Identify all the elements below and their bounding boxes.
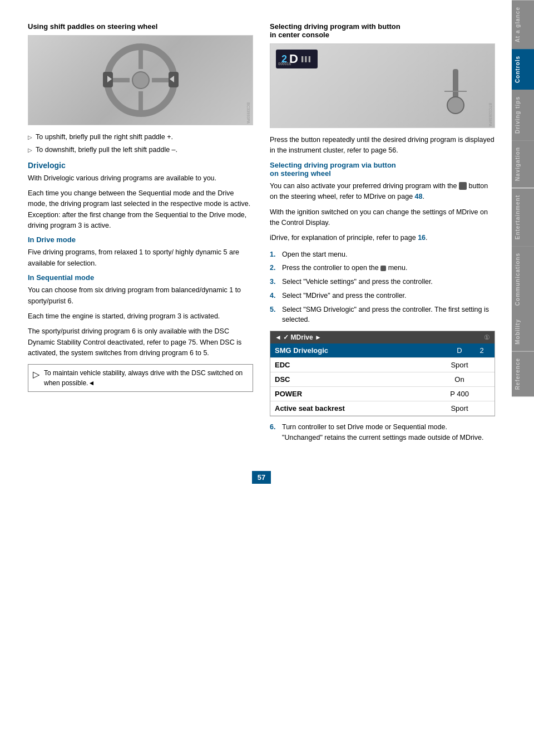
right-sidebar: At a glance Controls Driving tips Naviga… bbox=[512, 0, 534, 756]
step-list: 1. Open the start menu. 2. Press the con… bbox=[270, 249, 495, 326]
step-6-num: 6. bbox=[270, 422, 278, 443]
step-1: 1. Open the start menu. bbox=[270, 249, 495, 260]
mdrive-row: DSC On bbox=[270, 372, 495, 387]
step-5-num: 5. bbox=[270, 305, 278, 326]
sidebar-tab-controls[interactable]: Controls bbox=[512, 49, 534, 90]
right-heading-2: Selecting driving program via button on … bbox=[270, 161, 495, 178]
right-heading-2a: Selecting driving program via button bbox=[270, 161, 396, 169]
mdrive-col1: EDC bbox=[275, 361, 446, 369]
step-4-text: Select "MDrive" and press the controller… bbox=[282, 291, 407, 301]
i-menu-icon bbox=[380, 266, 386, 271]
arrow-icon-1: ▷ bbox=[28, 133, 32, 143]
right-heading-1-text: Selecting driving program with button bbox=[270, 22, 400, 31]
drivelogic-intro: With Drivelogic various driving programs… bbox=[28, 173, 253, 184]
image-code-right: BTC02838PA bbox=[488, 103, 492, 126]
sidebar-label-navigation: Navigation bbox=[515, 147, 521, 181]
step-1-num: 1. bbox=[270, 249, 278, 260]
sidebar-label-driving-tips: Driving tips bbox=[515, 96, 521, 134]
mdrive-col1: DSC bbox=[275, 375, 446, 384]
in-seq-text3: The sporty/purist driving program 6 is o… bbox=[28, 326, 253, 359]
step-4-num: 4. bbox=[270, 291, 278, 301]
steering-text1: You can also activate your preferred dri… bbox=[270, 181, 495, 203]
page-number: 57 bbox=[252, 471, 271, 484]
gear-shift-svg bbox=[433, 69, 478, 125]
sidebar-label-mobility: Mobility bbox=[515, 319, 521, 345]
step-5-text: Select "SMG Drivelogic" and press the co… bbox=[282, 305, 495, 326]
steering-wheel-svg bbox=[102, 41, 180, 119]
center-console-image: 2 D ▌▌▌ 000016 BTC02838PA bbox=[270, 43, 495, 128]
mdrive-col2: P 400 bbox=[446, 390, 473, 398]
left-heading: Using shift paddles on steering wheel bbox=[28, 22, 253, 31]
step-4: 4. Select "MDrive" and press the control… bbox=[270, 291, 495, 301]
right-heading-1: Selecting driving program with button in… bbox=[270, 22, 495, 39]
step-3-num: 3. bbox=[270, 277, 278, 287]
step-2-text: Press the controller to open the menu. bbox=[282, 263, 407, 273]
two-column-layout: Using shift paddles on steering wheel bbox=[28, 22, 495, 449]
sidebar-tab-driving-tips[interactable]: Driving tips bbox=[512, 90, 534, 140]
sidebar-label-controls: Controls bbox=[515, 56, 521, 83]
bullet-upshift: ▷ To upshift, briefly pull the right shi… bbox=[28, 132, 253, 143]
in-seq-heading: In Sequential mode bbox=[28, 273, 253, 282]
mdrive-row: SMG Drivelogic D 2 bbox=[270, 343, 495, 358]
page-number-bar: 57 bbox=[252, 471, 271, 484]
sidebar-label-entertainment: Entertainment bbox=[515, 195, 521, 239]
mdrive-col1: SMG Drivelogic bbox=[275, 346, 446, 355]
steering-wheel-photo: BC33993PA bbox=[28, 36, 253, 125]
mdrive-row: EDC Sport bbox=[270, 358, 495, 372]
press-text: Press the button repeatedly until the de… bbox=[270, 135, 495, 156]
right-column: Selecting driving program with button in… bbox=[270, 22, 495, 449]
sidebar-tab-reference[interactable]: Reference bbox=[512, 351, 534, 396]
warning-text: To maintain vehicle stability, always dr… bbox=[44, 368, 248, 388]
right-heading-2b: on steering wheel bbox=[270, 169, 331, 178]
sidebar-tab-communications[interactable]: Communications bbox=[512, 246, 534, 312]
step-3: 3. Select "Vehicle settings" and press t… bbox=[270, 277, 495, 287]
sidebar-label-reference: Reference bbox=[515, 358, 521, 390]
mdrive-col1: POWER bbox=[275, 390, 446, 398]
warning-box: ▷ To maintain vehicle stability, always … bbox=[28, 364, 253, 392]
link-48: 48 bbox=[415, 193, 423, 200]
sidebar-tab-navigation[interactable]: Navigation bbox=[512, 140, 534, 188]
mdrive-row: POWER P 400 bbox=[270, 387, 495, 401]
mdrive-table-container: ◄ ✓ MDrive ► ① SMG Drivelogic D 2 EDC Sp… bbox=[270, 331, 495, 416]
page-number-area: 57 bbox=[28, 460, 495, 489]
upshift-text: To upshift, briefly pull the right shift… bbox=[36, 132, 173, 143]
step-6-text: Turn controller to set Drive mode or Seq… bbox=[282, 422, 484, 443]
step-1-text: Open the start menu. bbox=[282, 249, 347, 260]
sidebar-label-at-a-glance: At a glance bbox=[515, 7, 521, 42]
mdrive-table-header: ◄ ✓ MDrive ► ① bbox=[270, 331, 495, 343]
display-id: 000016 bbox=[278, 62, 291, 66]
in-drive-text: Five driving programs, from relaxed 1 to… bbox=[28, 247, 253, 269]
console-display: 2 D ▌▌▌ 000016 bbox=[276, 50, 318, 68]
step-3-text: Select "Vehicle settings" and press the … bbox=[282, 277, 433, 287]
downshift-text: To downshift, briefly pull the left shif… bbox=[36, 145, 177, 155]
mdrive-button-icon bbox=[459, 182, 467, 190]
step-5: 5. Select "SMG Drivelogic" and press the… bbox=[270, 305, 495, 326]
image-code-left: BC33993PA bbox=[246, 102, 250, 124]
in-seq-text1: You can choose from six driving program … bbox=[28, 285, 253, 307]
mdrive-col1: Active seat backrest bbox=[275, 404, 446, 413]
sidebar-label-communications: Communications bbox=[515, 253, 521, 306]
mdrive-col2: Sport bbox=[446, 404, 473, 413]
mdrive-col2: D bbox=[446, 346, 473, 355]
step-2: 2. Press the controller to open the menu… bbox=[270, 263, 495, 273]
mdrive-rows: SMG Drivelogic D 2 EDC Sport DSC On POWE… bbox=[270, 343, 495, 416]
sidebar-tab-mobility[interactable]: Mobility bbox=[512, 312, 534, 351]
left-column: Using shift paddles on steering wheel bbox=[28, 22, 253, 449]
in-drive-heading: In Drive mode bbox=[28, 235, 253, 244]
bullet-downshift: ▷ To downshift, briefly pull the left sh… bbox=[28, 145, 253, 155]
svg-point-5 bbox=[132, 72, 149, 89]
drivelogic-p2: Each time you change between the Sequent… bbox=[28, 188, 253, 232]
step-6: 6. Turn controller to set Drive mode or … bbox=[270, 422, 495, 443]
steering-wheel-image: BC33993PA bbox=[28, 35, 253, 125]
idrive-text: iDrive, for explanation of principle, re… bbox=[270, 233, 495, 243]
steering-text2: With the ignition switched on you can ch… bbox=[270, 207, 495, 229]
sidebar-tab-at-a-glance[interactable]: At a glance bbox=[512, 0, 534, 49]
mdrive-col3: 2 bbox=[473, 346, 490, 355]
warning-icon: ▷ bbox=[33, 368, 39, 381]
console-photo: 2 D ▌▌▌ 000016 BTC02838PA bbox=[270, 44, 495, 127]
sidebar-tab-entertainment[interactable]: Entertainment bbox=[512, 188, 534, 246]
mdrive-row: Active seat backrest Sport bbox=[270, 401, 495, 416]
step6-list: 6. Turn controller to set Drive mode or … bbox=[270, 422, 495, 443]
drivelogic-heading: Drivelogic bbox=[28, 161, 253, 170]
in-seq-text2: Each time the engine is started, driving… bbox=[28, 311, 253, 322]
